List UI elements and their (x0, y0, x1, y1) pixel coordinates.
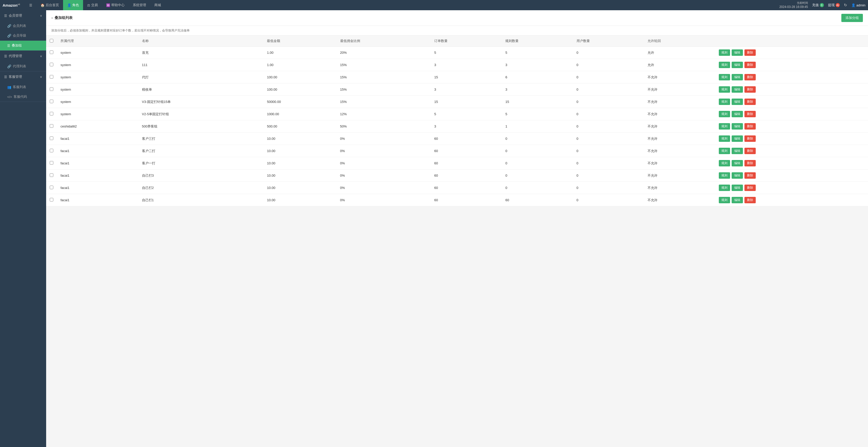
delete-button-4[interactable]: 删除 (744, 99, 756, 105)
row-checkbox-11[interactable] (50, 185, 53, 189)
sidebar-item-agent-list[interactable]: 🔗 代理列表 (0, 62, 46, 71)
row-checkbox-10[interactable] (50, 173, 53, 177)
delete-button-12[interactable]: 删除 (744, 197, 756, 203)
row-checkbox-7[interactable] (50, 136, 53, 140)
rule-button-0[interactable]: 规则 (719, 49, 730, 56)
rule-button-10[interactable]: 规则 (719, 172, 730, 179)
edit-button-3[interactable]: 编辑 (732, 86, 743, 93)
rule-button-9[interactable]: 规则 (719, 160, 730, 166)
row-checkbox-6[interactable] (50, 124, 53, 128)
nav-item-help[interactable]: 🆔 帮助中心 (102, 0, 129, 10)
cell-user-count: 0 (573, 108, 644, 120)
cell-name: 500养客组 (138, 120, 264, 133)
row-checkbox-cell (46, 46, 57, 59)
rule-button-3[interactable]: 规则 (719, 86, 730, 93)
edit-button-11[interactable]: 编辑 (732, 184, 743, 191)
sidebar-member-section: ☰ 会员管理 ∨ 🔗 会员列表 🔗 会员等级 (0, 10, 46, 41)
edit-button-0[interactable]: 编辑 (732, 49, 743, 56)
withdraw-button[interactable]: 提现 At (828, 3, 840, 7)
rule-button-7[interactable]: 规则 (719, 135, 730, 142)
top-navigation: Amazonv6 ☰ 🏠 后台首页 👤 角色 ⚖ 交易 🆔 帮助中心 系统管理 … (0, 0, 868, 10)
page-header: » 叠加组列表 添加分组 (46, 10, 868, 26)
nav-item-trade[interactable]: ⚖ 交易 (83, 0, 102, 10)
rule-button-5[interactable]: 规则 (719, 111, 730, 117)
delete-button-5[interactable]: 删除 (744, 111, 756, 117)
nav-item-role[interactable]: 👤 角色 (63, 0, 83, 10)
delete-button-0[interactable]: 删除 (744, 49, 756, 56)
rule-button-2[interactable]: 规则 (719, 74, 730, 80)
select-all-checkbox[interactable] (50, 39, 53, 42)
edit-button-4[interactable]: 编辑 (732, 99, 743, 105)
sidebar-item-member-level[interactable]: 🔗 会员等级 (0, 31, 46, 40)
row-checkbox-1[interactable] (50, 63, 53, 66)
rule-button-6[interactable]: 规则 (719, 123, 730, 130)
row-checkbox-9[interactable] (50, 161, 53, 165)
row-checkbox-3[interactable] (50, 87, 53, 91)
main-content: » 叠加组列表 添加分组 添加分组后，必须添加规则，并且规则需要对应好订单个数，… (46, 10, 868, 447)
edit-button-7[interactable]: 编辑 (732, 135, 743, 142)
edit-button-1[interactable]: 编辑 (732, 62, 743, 68)
cell-name: 客户一打 (138, 157, 264, 170)
delete-button-11[interactable]: 删除 (744, 184, 756, 191)
delete-button-8[interactable]: 删除 (744, 148, 756, 154)
delete-button-9[interactable]: 删除 (744, 160, 756, 166)
delete-button-10[interactable]: 删除 (744, 172, 756, 179)
cell-user-count: 0 (573, 83, 644, 96)
row-checkbox-4[interactable] (50, 100, 53, 103)
refresh-button[interactable]: ↻ (844, 3, 847, 7)
nav-item-shop[interactable]: 商城 (150, 0, 165, 10)
row-checkbox-cell (46, 194, 57, 206)
edit-button-9[interactable]: 编辑 (732, 160, 743, 166)
sidebar-customer-header[interactable]: ☰ 客服管理 ∨ (0, 71, 46, 82)
cell-min-bid-ratio: 0% (337, 157, 431, 170)
edit-button-5[interactable]: 编辑 (732, 111, 743, 117)
cell-order-count: 3 (431, 120, 502, 133)
cell-rule-count: 15 (502, 96, 573, 108)
rule-button-1[interactable]: 规则 (719, 62, 730, 68)
cell-actions: 规则 编辑 删除 (715, 157, 868, 170)
cell-agent: system (57, 83, 138, 96)
sidebar-item-member-list[interactable]: 🔗 会员列表 (0, 21, 46, 31)
nav-item-system[interactable]: 系统管理 (129, 0, 150, 10)
table-row: facai1 自己打1 10.00 0% 60 60 0 不允许 规则 编辑 删… (46, 194, 868, 206)
row-checkbox-8[interactable] (50, 149, 53, 152)
edit-button-10[interactable]: 编辑 (732, 172, 743, 179)
sidebar-item-customer-code[interactable]: </> 客服代码 (0, 92, 46, 102)
rule-button-8[interactable]: 规则 (719, 148, 730, 154)
delete-button-3[interactable]: 删除 (744, 86, 756, 93)
cell-user-count: 0 (573, 170, 644, 182)
row-checkbox-12[interactable] (50, 198, 53, 202)
cell-order-count: 5 (431, 46, 502, 59)
row-checkbox-2[interactable] (50, 75, 53, 79)
edit-button-2[interactable]: 编辑 (732, 74, 743, 80)
rule-button-12[interactable]: 规则 (719, 197, 730, 203)
delete-button-7[interactable]: 删除 (744, 135, 756, 142)
nav-item-home[interactable]: 🏠 后台首页 (36, 0, 63, 10)
edit-button-8[interactable]: 编辑 (732, 148, 743, 154)
sidebar-item-stack-group[interactable]: ☰ 叠加组 (0, 41, 46, 50)
chevron-down-icon-2: ∨ (40, 55, 42, 58)
edit-button-12[interactable]: 编辑 (732, 197, 743, 203)
add-group-button[interactable]: 添加分组 (841, 14, 863, 22)
nav-menu-icon[interactable]: ☰ (25, 0, 36, 10)
edit-button-6[interactable]: 编辑 (732, 123, 743, 130)
admin-menu[interactable]: 👤 admin (851, 3, 865, 7)
cell-order-count: 3 (431, 83, 502, 96)
sidebar-agent-header[interactable]: ☰ 代理管理 ∨ (0, 51, 46, 62)
cell-min-amount: 500.00 (263, 120, 336, 133)
sidebar-member-header[interactable]: ☰ 会员管理 ∨ (0, 10, 46, 21)
cell-allow-rotate: 不允许 (644, 170, 715, 182)
row-checkbox-5[interactable] (50, 112, 53, 115)
cell-allow-rotate: 不允许 (644, 108, 715, 120)
rule-button-11[interactable]: 规则 (719, 184, 730, 191)
recharge-button[interactable]: 充值 8 (812, 3, 824, 7)
current-time-section: 当前时间 2024-03-28 16:09:45 (779, 1, 808, 9)
rule-button-4[interactable]: 规则 (719, 99, 730, 105)
sidebar-item-customer-list[interactable]: 👥 客服列表 (0, 82, 46, 92)
cell-user-count: 0 (573, 145, 644, 157)
row-checkbox-0[interactable] (50, 50, 53, 54)
delete-button-6[interactable]: 删除 (744, 123, 756, 130)
delete-button-1[interactable]: 删除 (744, 62, 756, 68)
delete-button-2[interactable]: 删除 (744, 74, 756, 80)
cell-actions: 规则 编辑 删除 (715, 96, 868, 108)
